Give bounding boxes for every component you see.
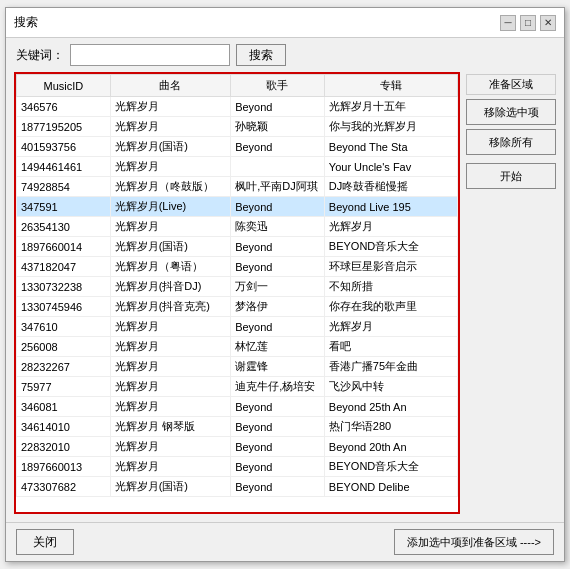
ready-zone-label: 准备区域 [466, 74, 556, 95]
cell-musicid: 1897660014 [17, 237, 111, 257]
cell-artist: Beyond [231, 477, 325, 497]
cell-album: BEYOND音乐大全 [324, 457, 457, 477]
table-row[interactable]: 26354130光辉岁月陈奕迅光辉岁月 [17, 217, 458, 237]
close-button-bottom[interactable]: 关闭 [16, 529, 74, 555]
minimize-button[interactable]: ─ [500, 15, 516, 31]
cell-musicid: 1897660013 [17, 457, 111, 477]
cell-name: 光辉岁月 [110, 157, 230, 177]
cell-artist: Beyond [231, 317, 325, 337]
cell-name: 光辉岁月(Live) [110, 197, 230, 217]
results-table: MusicID 曲名 歌手 专辑 346576光辉岁月Beyond光辉岁月十五年… [16, 74, 458, 497]
cell-album: Beyond 20th An [324, 437, 457, 457]
cell-artist: 枫叶,平南DJ阿琪 [231, 177, 325, 197]
cell-name: 光辉岁月(抖音克亮) [110, 297, 230, 317]
main-area: MusicID 曲名 歌手 专辑 346576光辉岁月Beyond光辉岁月十五年… [6, 72, 564, 522]
cell-name: 光辉岁月 [110, 357, 230, 377]
cell-musicid: 256008 [17, 337, 111, 357]
table-row[interactable]: 1877195205光辉岁月孙晓颖你与我的光辉岁月 [17, 117, 458, 137]
remove-selected-button[interactable]: 移除选中项 [466, 99, 556, 125]
cell-name: 光辉岁月(国语) [110, 137, 230, 157]
cell-musicid: 26354130 [17, 217, 111, 237]
cell-name: 光辉岁月 [110, 117, 230, 137]
table-row[interactable]: 1897660013光辉岁月BeyondBEYOND音乐大全 [17, 457, 458, 477]
table-row[interactable]: 346081光辉岁月BeyondBeyond 25th An [17, 397, 458, 417]
add-to-ready-button[interactable]: 添加选中项到准备区域 ----> [394, 529, 554, 555]
cell-album: 看吧 [324, 337, 457, 357]
cell-musicid: 346576 [17, 97, 111, 117]
cell-artist [231, 157, 325, 177]
cell-name: 光辉岁月（粤语） [110, 257, 230, 277]
cell-artist: 孙晓颖 [231, 117, 325, 137]
cell-album: 不知所措 [324, 277, 457, 297]
table-row[interactable]: 34614010光辉岁月 钢琴版Beyond热门华语280 [17, 417, 458, 437]
cell-album: 香港广播75年金曲 [324, 357, 457, 377]
table-row[interactable]: 473307682光辉岁月(国语)BeyondBEYOND Delibe [17, 477, 458, 497]
cell-name: 光辉岁月(国语) [110, 237, 230, 257]
cell-artist: 梦洛伊 [231, 297, 325, 317]
table-row[interactable]: 28232267光辉岁月谢霆锋香港广播75年金曲 [17, 357, 458, 377]
search-bar: 关键词： 搜索 [6, 38, 564, 72]
cell-artist: Beyond [231, 257, 325, 277]
cell-musicid: 1330732238 [17, 277, 111, 297]
cell-musicid: 347610 [17, 317, 111, 337]
remove-all-button[interactable]: 移除所有 [466, 129, 556, 155]
cell-musicid: 473307682 [17, 477, 111, 497]
window-controls: ─ □ ✕ [500, 15, 556, 31]
cell-name: 光辉岁月 [110, 457, 230, 477]
table-row[interactable]: 346576光辉岁月Beyond光辉岁月十五年 [17, 97, 458, 117]
cell-album: Beyond Live 195 [324, 197, 457, 217]
maximize-button[interactable]: □ [520, 15, 536, 31]
search-button[interactable]: 搜索 [236, 44, 286, 66]
table-row[interactable]: 256008光辉岁月林忆莲看吧 [17, 337, 458, 357]
cell-name: 光辉岁月 钢琴版 [110, 417, 230, 437]
cell-musicid: 34614010 [17, 417, 111, 437]
cell-name: 光辉岁月 [110, 397, 230, 417]
cell-artist: Beyond [231, 137, 325, 157]
table-row[interactable]: 1897660014光辉岁月(国语)BeyondBEYOND音乐大全 [17, 237, 458, 257]
table-row[interactable]: 1330745946光辉岁月(抖音克亮)梦洛伊你存在我的歌声里 [17, 297, 458, 317]
cell-musicid: 22832010 [17, 437, 111, 457]
table-row[interactable]: 1494461461光辉岁月Your Uncle's Fav [17, 157, 458, 177]
cell-artist: 谢霆锋 [231, 357, 325, 377]
table-row[interactable]: 347591光辉岁月(Live)BeyondBeyond Live 195 [17, 197, 458, 217]
cell-album: 你与我的光辉岁月 [324, 117, 457, 137]
col-musicid: MusicID [17, 75, 111, 97]
table-row[interactable]: 22832010光辉岁月BeyondBeyond 20th An [17, 437, 458, 457]
table-row[interactable]: 75977光辉岁月迪克牛仔,杨培安飞沙风中转 [17, 377, 458, 397]
cell-artist: Beyond [231, 457, 325, 477]
table-row[interactable]: 74928854光辉岁月（咚鼓版）枫叶,平南DJ阿琪DJ咚鼓香槌慢摇 [17, 177, 458, 197]
window-title: 搜索 [14, 14, 38, 31]
cell-musicid: 1330745946 [17, 297, 111, 317]
cell-album: 你存在我的歌声里 [324, 297, 457, 317]
start-button[interactable]: 开始 [466, 163, 556, 189]
table-scroll[interactable]: MusicID 曲名 歌手 专辑 346576光辉岁月Beyond光辉岁月十五年… [16, 74, 458, 512]
cell-musicid: 346081 [17, 397, 111, 417]
close-button[interactable]: ✕ [540, 15, 556, 31]
cell-album: 光辉岁月十五年 [324, 97, 457, 117]
results-table-container: MusicID 曲名 歌手 专辑 346576光辉岁月Beyond光辉岁月十五年… [14, 72, 460, 514]
table-row[interactable]: 347610光辉岁月Beyond光辉岁月 [17, 317, 458, 337]
cell-artist: Beyond [231, 437, 325, 457]
cell-name: 光辉岁月(国语) [110, 477, 230, 497]
cell-musicid: 1877195205 [17, 117, 111, 137]
cell-artist: Beyond [231, 97, 325, 117]
col-name: 曲名 [110, 75, 230, 97]
cell-album: 飞沙风中转 [324, 377, 457, 397]
cell-album: 环球巨星影音启示 [324, 257, 457, 277]
cell-musicid: 401593756 [17, 137, 111, 157]
search-input[interactable] [70, 44, 230, 66]
cell-musicid: 74928854 [17, 177, 111, 197]
table-row[interactable]: 401593756光辉岁月(国语)BeyondBeyond The Sta [17, 137, 458, 157]
cell-album: Beyond 25th An [324, 397, 457, 417]
cell-artist: 万剑一 [231, 277, 325, 297]
cell-name: 光辉岁月(抖音DJ) [110, 277, 230, 297]
cell-musicid: 1494461461 [17, 157, 111, 177]
cell-album: BEYOND Delibe [324, 477, 457, 497]
cell-musicid: 28232267 [17, 357, 111, 377]
right-panel: 准备区域 移除选中项 移除所有 开始 [466, 72, 556, 514]
cell-album: 光辉岁月 [324, 217, 457, 237]
cell-album: 光辉岁月 [324, 317, 457, 337]
col-album: 专辑 [324, 75, 457, 97]
table-row[interactable]: 437182047光辉岁月（粤语）Beyond环球巨星影音启示 [17, 257, 458, 277]
table-row[interactable]: 1330732238光辉岁月(抖音DJ)万剑一不知所措 [17, 277, 458, 297]
